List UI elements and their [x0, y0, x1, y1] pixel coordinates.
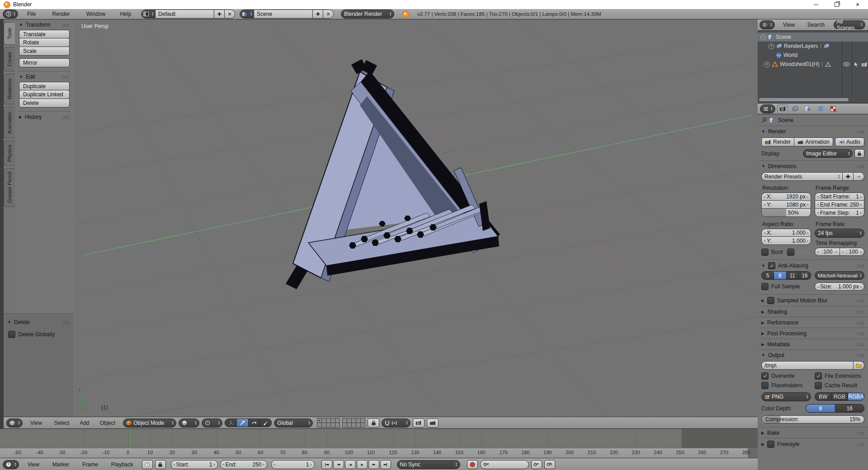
checkbox-checked[interactable]: ✓ — [768, 262, 775, 269]
bake-panel-header[interactable]: ▶ Bake — [758, 428, 868, 438]
render-animation-button[interactable]: Animation — [794, 137, 833, 146]
next-keyframe-button[interactable]: ▸▸ — [368, 460, 379, 469]
lock-to-scene-button[interactable] — [368, 418, 379, 428]
snap-widget[interactable]: ▴▾ — [382, 418, 410, 428]
panel-grip[interactable] — [62, 321, 70, 324]
jump-to-end-button[interactable]: ▸▸ — [380, 460, 391, 469]
panel-grip[interactable] — [857, 310, 864, 314]
viewport-shading-dropdown[interactable]: ▴▾ — [179, 418, 199, 428]
layers-group-2[interactable] — [342, 418, 365, 428]
restore-button[interactable] — [826, 0, 847, 9]
border-option[interactable]: Bord — [761, 249, 783, 256]
delete-keyframe-button[interactable] — [544, 460, 555, 469]
remap-old-field[interactable]: ◂:100▸ — [815, 248, 840, 256]
checkbox-unchecked[interactable] — [761, 382, 769, 389]
delete-globally-option[interactable]: Delete Globally — [4, 327, 73, 342]
checkbox-unchecked[interactable] — [761, 283, 769, 290]
menu-help[interactable]: Help — [118, 11, 133, 17]
channels-rgba[interactable]: RGBA — [848, 392, 864, 401]
file-format-dropdown[interactable]: PNG ▴▾ — [761, 392, 811, 401]
translate-button[interactable]: Translate — [19, 30, 70, 38]
renderability-camera-icon[interactable] — [861, 62, 868, 67]
panel-grip[interactable] — [62, 75, 70, 79]
checkbox-checked[interactable]: ✓ — [815, 372, 822, 380]
panel-grip[interactable] — [857, 130, 864, 133]
panel-grip[interactable] — [62, 24, 70, 27]
visibility-eye-icon[interactable] — [843, 62, 850, 66]
duplicate-button[interactable]: Duplicate — [19, 82, 70, 90]
add-scene-button[interactable]: ✚ — [312, 10, 323, 18]
selectability-cursor-icon[interactable] — [854, 61, 859, 67]
shading-panel-header[interactable]: ▶ Shading — [758, 306, 868, 317]
tab-renderlayers-context[interactable] — [790, 104, 801, 113]
select-menu[interactable]: Select — [52, 420, 71, 426]
record-button[interactable] — [467, 460, 478, 469]
expand-circle-icon[interactable]: + — [769, 43, 774, 49]
frame-rate-dropdown[interactable]: 24 fps ▴▾ — [815, 229, 864, 238]
menu-window[interactable]: Window — [85, 11, 108, 17]
depth-8[interactable]: 8 — [806, 404, 835, 413]
channels-rgb[interactable]: RGB — [831, 392, 848, 401]
scale-manipulator-button[interactable] — [260, 418, 272, 427]
compression-slider[interactable]: Compression: 15% — [761, 415, 864, 423]
render-engine-dropdown[interactable]: Blender Render ▴▾ — [341, 9, 394, 19]
metadata-panel-header[interactable]: ▶ Metadata — [758, 339, 868, 349]
timeline-playhead[interactable] — [130, 429, 131, 448]
overwrite-option[interactable]: ✓Overwrite — [761, 372, 811, 380]
start-frame-field[interactable]: ◂Start Frame:1▸ — [815, 193, 864, 201]
pivot-point-dropdown[interactable]: ▴▾ — [202, 418, 222, 428]
screen-layout-name[interactable]: Default — [155, 10, 214, 18]
layers-group-1[interactable] — [317, 418, 340, 428]
outliner-search-menu[interactable]: Search — [806, 22, 826, 28]
menu-file[interactable]: File — [25, 11, 38, 17]
opengl-render-animation-button[interactable] — [427, 418, 439, 428]
delete-scene-button[interactable]: ✕ — [323, 10, 333, 18]
tab-grease-pencil[interactable]: Grease Pencil — [4, 168, 15, 207]
insert-keyframe-button[interactable] — [531, 460, 542, 469]
start-frame-field[interactable]: ◂ Start: 1 ▸ — [171, 460, 218, 469]
browse-output-button[interactable] — [854, 361, 864, 370]
render-still-button[interactable]: Render — [761, 137, 794, 146]
scene-name[interactable]: Scene — [254, 10, 312, 18]
outliner-item-renderlayers[interactable]: + RenderLayers — [758, 42, 868, 51]
panel-grip[interactable] — [857, 343, 864, 346]
depth-16[interactable]: 16 — [835, 404, 865, 413]
aa-samples-5[interactable]: 5 — [761, 271, 774, 280]
close-button[interactable]: ✕ — [847, 0, 868, 9]
play-button[interactable]: ▸ — [357, 460, 368, 469]
add-layout-button[interactable]: ✚ — [214, 10, 224, 18]
jump-to-start-button[interactable]: ◂◂ — [321, 460, 332, 469]
checkbox-unchecked[interactable] — [767, 441, 774, 448]
timeline-ruler[interactable]: -50-40-30-20-100102030405060708090100110… — [0, 448, 758, 458]
outliner-scope-dropdown[interactable]: All Scenes ▴▾ — [834, 20, 865, 29]
render-panel-header[interactable]: ▼ Render — [758, 126, 868, 136]
timeline-view-menu[interactable]: View — [26, 461, 41, 468]
resolution-y-field[interactable]: ◂Y:1080 px▸ — [761, 201, 811, 209]
crop-option[interactable]: Crop — [787, 249, 809, 256]
editor-type-properties-button[interactable]: ▴▾ — [760, 104, 775, 113]
tab-physics[interactable]: Physics — [4, 141, 15, 166]
aa-filter-dropdown[interactable]: Mitchell-Netravali ▴▾ — [815, 271, 864, 280]
transform-panel-header[interactable]: ▼ Transform — [15, 19, 73, 30]
outliner-item-scene[interactable]: − Scene — [758, 33, 868, 42]
outliner-view-menu[interactable]: View — [781, 22, 797, 28]
edit-panel-header[interactable]: ▼ Edit — [15, 71, 73, 82]
editor-type-3dview-button[interactable]: ▴▾ — [6, 418, 23, 428]
opengl-render-image-button[interactable] — [413, 418, 425, 428]
pin-icon[interactable] — [761, 118, 767, 123]
aspect-y-field[interactable]: ◂Y:1.000▸ — [761, 237, 811, 245]
scale-button[interactable]: Scale — [19, 47, 70, 56]
play-reverse-button[interactable]: ◂ — [345, 460, 356, 469]
rotate-button[interactable]: Rotate — [19, 38, 70, 47]
placeholders-option[interactable]: Placeholders — [761, 382, 811, 389]
checkbox-unchecked[interactable] — [815, 382, 822, 389]
antialiasing-panel-header[interactable]: ▼ ✓ Anti-Aliasing — [758, 260, 868, 271]
render-audio-button[interactable]: Audio — [835, 137, 864, 146]
expand-circle-icon[interactable]: + — [764, 61, 770, 67]
minimize-button[interactable] — [806, 0, 826, 9]
panel-grip[interactable] — [857, 299, 864, 302]
checkbox-unchecked[interactable] — [767, 297, 774, 304]
add-menu[interactable]: Add — [78, 420, 91, 426]
checkbox-unchecked[interactable] — [8, 331, 15, 338]
previous-keyframe-button[interactable]: ◂◂ — [333, 460, 344, 469]
